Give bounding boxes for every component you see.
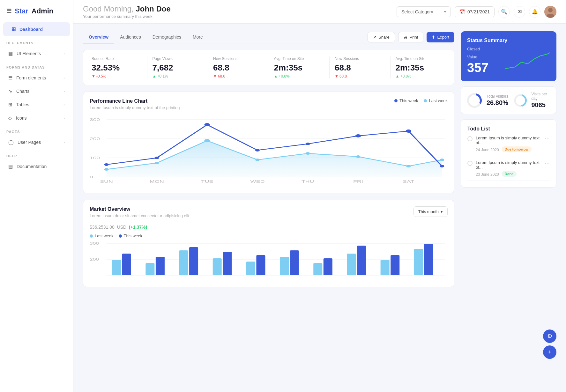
logo-star: Star — [15, 7, 28, 15]
menu-toggle-icon[interactable]: ☰ — [6, 8, 11, 15]
todo-checkbox-1[interactable] — [467, 136, 473, 141]
export-button[interactable]: ⬆ Export — [427, 32, 454, 42]
market-legend-last-week-label: Last week — [95, 233, 114, 238]
stat-new-sessions-2: New Sessions 68.8 ▼ 68.8 — [330, 56, 391, 78]
tabs-bar: Overview Audiences Demographics More ↗ S… — [83, 31, 454, 43]
charts-icon: ∿ — [8, 88, 12, 94]
stat-label: Avg. Time on Site — [396, 56, 446, 61]
section-label-ui: UI ELEMENTS — [0, 36, 73, 47]
stat-label: Avg. Time on Site — [274, 56, 324, 61]
stat-change: ▲ +0.8% — [274, 74, 324, 78]
todo-options-icon[interactable]: ⋯ — [545, 136, 550, 142]
sidebar-item-label: Form elements — [16, 75, 46, 80]
change-value: +0.8% — [400, 74, 411, 78]
visits-per-day-item: Visits per day 9065 — [513, 92, 551, 109]
share-button[interactable]: ↗ Share — [368, 32, 395, 42]
total-visitors-item: Total Visitors 26.80% — [466, 92, 508, 109]
svg-point-14 — [204, 139, 210, 142]
content-area: Overview Audiences Demographics More ↗ S… — [73, 24, 566, 392]
stat-value: 68.8 — [335, 63, 385, 73]
stat-change: ▼ 68.8 — [213, 74, 264, 78]
mail-icon: ✉ — [518, 9, 522, 15]
arrow-down-icon: ▼ — [213, 74, 217, 78]
notification-button[interactable]: 🔔 — [529, 6, 540, 18]
donut-stats-row: Total Visitors 26.80% Visits per day 906… — [461, 86, 556, 114]
chevron-right-icon: › — [63, 116, 65, 120]
stat-value: 32.53% — [92, 63, 142, 73]
this-month-button[interactable]: This month ▾ — [413, 206, 448, 217]
sidebar-item-label: User Pages — [18, 140, 41, 145]
todo-checkbox-2[interactable] — [467, 161, 473, 166]
sidebar-item-user-pages[interactable]: ◯ User Pages › — [3, 136, 70, 148]
tab-overview[interactable]: Overview — [83, 31, 114, 43]
svg-text:200: 200 — [90, 258, 99, 261]
todo-options-icon-2[interactable]: ⋯ — [545, 160, 550, 166]
chevron-down-icon: ▾ — [441, 209, 443, 214]
svg-point-27 — [440, 165, 444, 167]
tables-icon: ⊞ — [8, 102, 12, 107]
sidebar-item-ui-elements[interactable]: ▦ UI Elements › — [3, 48, 70, 60]
svg-text:WED: WED — [250, 180, 264, 183]
svg-rect-56 — [381, 260, 390, 275]
category-select[interactable]: Select Category — [397, 6, 451, 17]
svg-text:0: 0 — [90, 175, 93, 179]
export-icon: ⬆ — [432, 35, 435, 40]
sidebar-item-tables[interactable]: ⊞ Tables › — [3, 99, 70, 111]
icons-icon: ◇ — [8, 115, 12, 121]
sidebar-item-documentation[interactable]: ▤ Documentation — [3, 160, 70, 173]
greeting-section: Good Morning, John Doe Your performance … — [83, 4, 390, 19]
status-summary-title: Status Summary — [467, 38, 550, 43]
todo-date-1: 24 June 2020 — [476, 148, 499, 152]
svg-text:100: 100 — [90, 156, 100, 160]
market-subtitle: Lorem ipsum dolor sit amet consectetur a… — [90, 213, 189, 218]
todo-item-1: Lorem Ipsum is simply dummy text of... 2… — [467, 132, 550, 156]
line-chart-area: 300 200 100 0 — [90, 115, 448, 187]
svg-point-22 — [204, 123, 210, 126]
total-visitors-label: Total Visitors — [487, 94, 508, 99]
sidebar-item-icons[interactable]: ◇ Icons › — [3, 112, 70, 124]
tab-demographics[interactable]: Demographics — [147, 31, 187, 43]
greeting-subtitle: Your performance summary this week — [83, 14, 390, 19]
tab-more[interactable]: More — [187, 31, 209, 43]
arrow-up-icon: ▲ — [396, 74, 399, 78]
chevron-right-icon: › — [63, 140, 65, 144]
todo-text-2: Lorem Ipsum is simply dummy text of... — [476, 160, 541, 170]
todo-content-2: Lorem Ipsum is simply dummy text of... 2… — [476, 160, 541, 177]
print-button[interactable]: 🖨 Print — [398, 32, 424, 42]
stats-row: Bounce Rate 32.53% ▼ -0.5% Page Views 7,… — [83, 50, 454, 85]
calendar-icon: 📅 — [459, 9, 465, 14]
svg-point-13 — [154, 162, 159, 164]
svg-text:SAT: SAT — [403, 180, 414, 183]
sidebar-item-dashboard[interactable]: ⊞ Dashboard — [6, 23, 67, 35]
sidebar-item-charts[interactable]: ∿ Charts › — [3, 85, 70, 97]
sidebar-item-form-elements[interactable]: ☰ Form elements › — [3, 72, 70, 84]
legend-this-week: This week — [394, 98, 418, 103]
svg-point-21 — [154, 157, 159, 159]
search-icon: 🔍 — [501, 9, 507, 15]
market-legend-this-week: This week — [119, 233, 143, 238]
svg-rect-59 — [424, 244, 433, 275]
tab-audiences[interactable]: Audiences — [114, 31, 146, 43]
status-summary-card: Status Summary Closed Value 357 — [461, 31, 556, 81]
status-closed-label: Closed — [467, 47, 488, 51]
fab-container: ⚙ + — [543, 329, 556, 359]
change-value: -0.5% — [96, 74, 106, 78]
date-picker[interactable]: 📅 07/21/2021 — [455, 6, 495, 17]
logo: ☰ StarAdmin — [0, 0, 73, 22]
status-value-label: Value — [467, 55, 488, 59]
stat-change: ▼ -0.5% — [92, 74, 142, 78]
avatar[interactable] — [544, 6, 556, 18]
stat-avg-time: Avg. Time on Site 2m:35s ▲ +0.8% — [269, 56, 330, 78]
mail-button[interactable]: ✉ — [514, 6, 525, 18]
this-month-label: This month — [418, 209, 439, 214]
change-value: 68.8 — [218, 74, 225, 78]
settings-fab[interactable]: ⚙ — [543, 329, 556, 343]
legend-this-week-label: This week — [399, 98, 418, 103]
svg-rect-51 — [290, 250, 299, 275]
add-fab[interactable]: + — [543, 345, 556, 359]
user-name: John Doe — [136, 4, 170, 13]
share-label: Share — [378, 35, 390, 40]
main-area: Good Morning, John Doe Your performance … — [73, 0, 566, 392]
svg-point-24 — [306, 143, 310, 145]
search-button[interactable]: 🔍 — [498, 6, 510, 18]
